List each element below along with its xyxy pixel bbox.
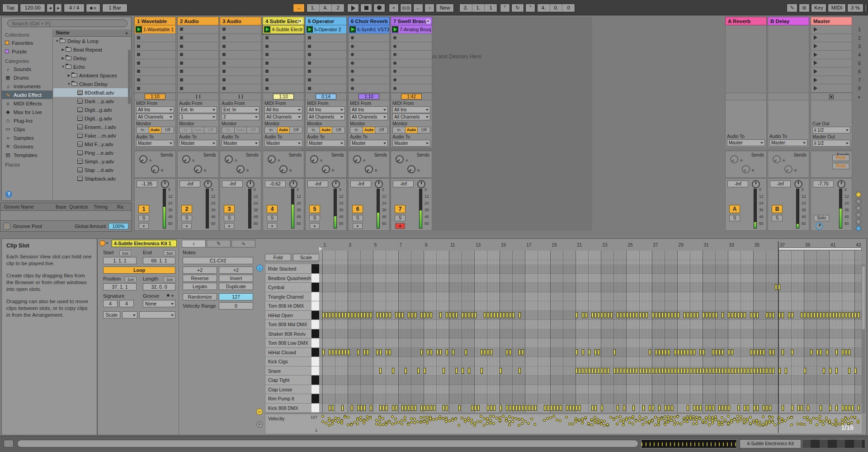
velocity-marker[interactable]	[711, 419, 714, 422]
midi-note[interactable]	[382, 405, 385, 411]
velocity-marker[interactable]	[464, 420, 467, 423]
midi-note[interactable]	[687, 312, 689, 318]
midi-note[interactable]	[668, 312, 670, 318]
velocity-marker[interactable]	[689, 417, 692, 419]
velocity-marker[interactable]	[765, 422, 768, 424]
velocity-marker[interactable]	[344, 416, 346, 419]
midi-note[interactable]	[579, 368, 581, 374]
clip-stop-button[interactable]	[265, 36, 269, 39]
midi-note[interactable]	[747, 405, 749, 411]
midi-note[interactable]	[687, 368, 689, 374]
midi-note[interactable]	[610, 312, 613, 318]
velocity-marker[interactable]	[695, 422, 698, 425]
midi-note[interactable]	[433, 405, 435, 411]
clip-stop-button[interactable]	[222, 28, 226, 31]
arm-button[interactable]: ●	[395, 223, 405, 229]
clip-launch-button[interactable]	[307, 26, 313, 33]
solo-button[interactable]: S	[729, 215, 740, 221]
midi-note[interactable]	[658, 368, 660, 374]
midi-note[interactable]	[430, 312, 432, 318]
cue-out-dropdown[interactable]: ii 1/2	[812, 127, 850, 133]
midi-note[interactable]	[766, 368, 768, 374]
velocity-marker[interactable]	[445, 418, 448, 421]
piano-key[interactable]	[311, 385, 319, 395]
midi-note[interactable]	[506, 312, 508, 318]
midi-note[interactable]	[531, 405, 533, 411]
midi-note[interactable]	[357, 405, 359, 411]
show-info-view-button[interactable]	[4, 440, 14, 447]
clip-stop-button[interactable]	[180, 45, 183, 48]
name-column-header[interactable]: Name▲	[53, 29, 131, 37]
midi-note[interactable]	[493, 405, 495, 411]
clip-slot[interactable]: 1-Wavetable 1	[135, 25, 175, 34]
clip-slot[interactable]	[135, 84, 175, 93]
midi-note[interactable]	[484, 349, 486, 355]
browser-scrollbar[interactable]	[128, 50, 131, 104]
midi-note[interactable]	[367, 349, 369, 355]
midi-note[interactable]	[496, 312, 499, 318]
clip-stop-button[interactable]	[351, 45, 354, 48]
midi-note[interactable]	[598, 312, 600, 318]
clip-launch-button[interactable]	[136, 26, 142, 33]
midi-note[interactable]	[620, 368, 622, 374]
velocity-marker[interactable]	[521, 418, 524, 421]
velocity-marker[interactable]	[350, 423, 353, 426]
midi-note[interactable]	[835, 405, 838, 411]
velocity-marker[interactable]	[850, 416, 853, 419]
midi-note[interactable]	[547, 405, 549, 411]
tree-folder-row[interactable]: ▼Delay & Loop	[53, 37, 131, 45]
time-signature-field[interactable]: 4 / 4	[64, 4, 85, 12]
velocity-marker[interactable]	[676, 422, 679, 424]
midi-note[interactable]	[639, 368, 642, 374]
velocity-marker[interactable]	[717, 421, 720, 424]
velocity-marker[interactable]	[508, 423, 511, 426]
velocity-marker[interactable]	[664, 419, 666, 422]
velocity-marker[interactable]	[759, 421, 761, 423]
sidebar-item-sounds[interactable]: ♪Sounds	[2, 65, 52, 73]
midi-note[interactable]	[506, 349, 508, 355]
midi-note[interactable]	[722, 312, 724, 318]
clip-slot[interactable]	[349, 34, 389, 43]
velocity-marker[interactable]	[657, 423, 660, 426]
velocity-marker[interactable]	[645, 416, 647, 419]
midi-note[interactable]	[639, 312, 642, 318]
drum-row-name[interactable]: Kick Cigs	[265, 357, 311, 366]
groove-name-column[interactable]: Groove Name	[4, 204, 33, 209]
midi-note[interactable]	[756, 349, 759, 355]
midi-note[interactable]	[813, 312, 816, 318]
midi-note[interactable]	[699, 368, 702, 374]
midi-note[interactable]	[430, 405, 432, 411]
velocity-marker[interactable]	[844, 417, 847, 420]
clip-stop-button[interactable]	[222, 78, 226, 81]
midi-note[interactable]	[718, 349, 721, 355]
midi-note[interactable]	[398, 312, 401, 318]
drum-row-name[interactable]: Clap Tight	[265, 376, 311, 385]
velocity-marker[interactable]	[606, 423, 609, 426]
midi-note[interactable]	[487, 405, 489, 411]
velocity-marker[interactable]	[401, 423, 403, 425]
midi-note[interactable]	[652, 405, 654, 411]
clip-stop-button[interactable]	[137, 70, 140, 73]
scale-highlight-button[interactable]: Scale	[293, 254, 319, 261]
midi-note[interactable]	[326, 312, 328, 318]
clip-stop-button[interactable]	[137, 62, 140, 65]
velocity-lane[interactable]	[319, 414, 862, 433]
drum-row-name[interactable]: Beatbox Quasheesh	[265, 274, 311, 283]
velocity-marker[interactable]	[416, 420, 419, 423]
send-a-knob[interactable]	[353, 155, 361, 163]
input-type-dropdown[interactable]: Ext. In	[222, 106, 259, 113]
track-header[interactable]: 4 Subtle Elect▾	[263, 17, 304, 25]
midi-note[interactable]	[522, 349, 524, 355]
input-channel-dropdown[interactable]: All Channels	[307, 114, 345, 120]
scale-name-dropdown[interactable]	[139, 311, 175, 319]
velocity-marker[interactable]	[495, 417, 498, 419]
tree-expand-arrow[interactable]: ▶	[61, 48, 66, 52]
midi-note[interactable]	[690, 312, 692, 318]
tree-preset-row[interactable]: Digit...g.adv	[53, 114, 131, 123]
velocity-marker[interactable]	[404, 416, 406, 419]
velocity-marker[interactable]	[429, 417, 432, 420]
midi-note[interactable]	[782, 349, 784, 355]
clip-stop-button[interactable]	[308, 62, 311, 65]
velocity-marker[interactable]	[711, 416, 714, 419]
velocity-marker[interactable]	[670, 419, 673, 422]
